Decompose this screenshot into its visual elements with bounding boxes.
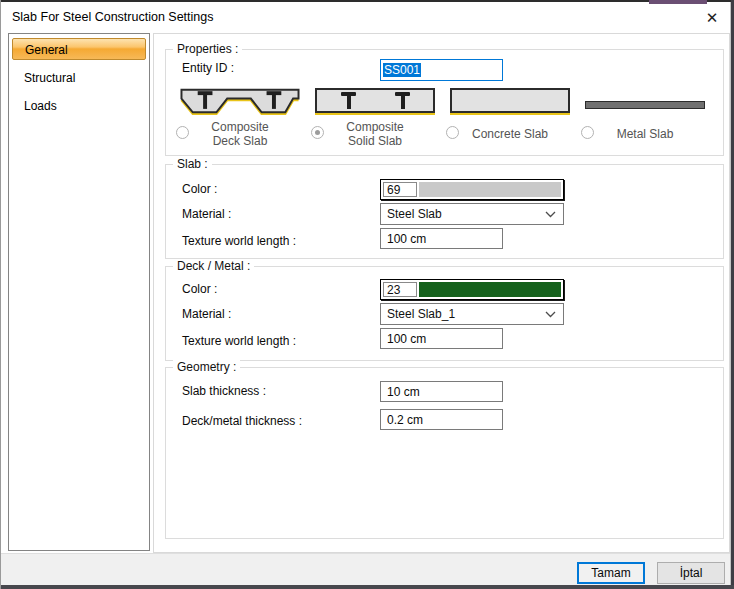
slab-texture-length-input[interactable] <box>380 228 503 249</box>
sidebar-item-label: Loads <box>24 99 57 113</box>
deck-material-label: Material : <box>182 307 231 321</box>
cancel-button[interactable]: İptal <box>657 562 725 584</box>
slab-color-number: 69 <box>383 182 417 197</box>
sidebar-item-label: General <box>25 43 68 57</box>
deck-material-dropdown[interactable]: Steel Slab_1 <box>380 303 564 325</box>
deck-color-label: Color : <box>182 282 217 296</box>
slab-material-label: Material : <box>182 207 231 221</box>
deck-metal-thickness-input[interactable] <box>380 409 503 430</box>
footer-bar: Tamam İptal <box>1 553 734 585</box>
shear-stud-icon <box>341 92 356 109</box>
main-panel: Properties : Entity ID : SS001 Composite… <box>153 33 730 553</box>
deck-texture-length-label: Texture world length : <box>182 334 296 348</box>
slab-material-dropdown[interactable]: Steel Slab <box>380 203 564 225</box>
geometry-group-label: Geometry : <box>173 360 240 374</box>
sidebar-item-loads[interactable]: Loads <box>12 95 146 117</box>
entity-id-selected-text: SS001 <box>383 63 421 77</box>
ok-button[interactable]: Tamam <box>577 562 645 584</box>
window-title: Slab For Steel Construction Settings <box>12 10 214 24</box>
slab-group-label: Slab : <box>173 157 212 171</box>
slab-texture-length-label: Texture world length : <box>182 234 296 248</box>
sidebar-item-label: Structural <box>24 71 75 85</box>
window-bottom-edge <box>1 585 734 589</box>
deck-color-swatch <box>419 282 561 297</box>
slab-color-swatch <box>419 182 561 197</box>
sidebar-item-general[interactable]: General <box>12 38 146 60</box>
metal-slab-image[interactable] <box>585 101 705 109</box>
dialog-window: Slab For Steel Construction Settings ✕ G… <box>0 0 734 589</box>
entity-id-label: Entity ID : <box>182 61 234 75</box>
sidebar: General Structural Loads <box>8 33 150 551</box>
sidebar-item-structural[interactable]: Structural <box>12 67 146 89</box>
deck-color-number: 23 <box>383 282 417 297</box>
shear-stud-icon <box>395 92 410 109</box>
composite-deck-slab-image[interactable] <box>180 88 300 116</box>
titlebar: Slab For Steel Construction Settings ✕ <box>2 2 732 33</box>
slab-material-value: Steel Slab <box>387 207 442 221</box>
composite-solid-slab-image[interactable] <box>315 88 435 113</box>
close-icon: ✕ <box>706 9 719 27</box>
concrete-slab-label[interactable]: Concrete Slab <box>446 120 574 148</box>
close-button[interactable]: ✕ <box>701 7 723 29</box>
slab-color-button[interactable]: 69 <box>380 179 564 200</box>
deck-metal-thickness-label: Deck/metal thickness : <box>182 414 302 428</box>
composite-solid-slab-label[interactable]: Composite Solid Slab <box>311 120 439 148</box>
deck-material-value: Steel Slab_1 <box>387 307 455 321</box>
chevron-down-icon <box>545 211 556 218</box>
properties-group-label: Properties : <box>173 42 242 56</box>
deck-metal-group-label: Deck / Metal : <box>173 259 254 273</box>
slab-thickness-label: Slab thickness : <box>182 384 266 398</box>
window-top-edge-accent <box>649 0 707 4</box>
slab-color-label: Color : <box>182 182 217 196</box>
deck-color-button[interactable]: 23 <box>380 279 564 300</box>
entity-id-input[interactable]: SS001 <box>380 59 503 81</box>
composite-deck-slab-label[interactable]: Composite Deck Slab <box>176 120 304 148</box>
window-top-edge <box>1 0 734 2</box>
chevron-down-icon <box>545 311 556 318</box>
slab-thickness-input[interactable] <box>380 381 503 402</box>
concrete-slab-image[interactable] <box>450 88 570 113</box>
metal-slab-label[interactable]: Metal Slab <box>581 120 709 148</box>
deck-texture-length-input[interactable] <box>380 328 503 349</box>
